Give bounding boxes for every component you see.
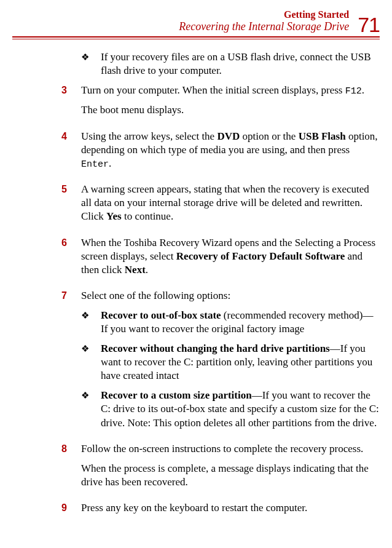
diamond-icon: ❖: [81, 389, 101, 429]
step-number: 7: [61, 289, 81, 436]
step-3: 3 Turn on your computer. When the initia…: [61, 84, 380, 124]
step-text: The boot menu displays.: [81, 103, 380, 117]
step-text: Using the arrow keys, select the DVD opt…: [81, 130, 380, 171]
step-text: Press any key on the keyboard to restart…: [81, 501, 380, 515]
bullet-item: ❖ Recover without changing the hard driv…: [81, 342, 380, 383]
step-4: 4 Using the arrow keys, select the DVD o…: [61, 130, 380, 177]
step-text: Follow the on-screen instructions to com…: [81, 442, 380, 456]
step-8: 8 Follow the on-screen instructions to c…: [61, 442, 380, 495]
page-header: Getting Started Recovering the Internal …: [12, 9, 380, 34]
bullet-text: Recover to out-of-box state (recommended…: [101, 309, 380, 336]
chapter-title: Getting Started: [179, 9, 349, 20]
body-content: ❖ If your recovery files are on a USB fl…: [12, 39, 380, 521]
step-5: 5 A warning screen appears, stating that…: [61, 183, 380, 229]
bullet-text: Recover without changing the hard drive …: [101, 342, 380, 383]
step-number: 9: [61, 501, 81, 521]
step-number: 3: [61, 84, 81, 124]
page-number: 71: [358, 14, 380, 35]
step-6: 6 When the Toshiba Recovery Wizard opens…: [61, 236, 380, 283]
section-title: Recovering the Internal Storage Drive: [179, 20, 349, 34]
bullet-item: ❖ Recover to out-of-box state (recommend…: [81, 309, 380, 336]
step-text: Select one of the following options:: [81, 289, 380, 303]
diamond-icon: ❖: [81, 309, 101, 336]
diamond-icon: ❖: [81, 50, 101, 77]
step-number: 6: [61, 236, 81, 283]
diamond-icon: ❖: [81, 342, 101, 383]
bullet-item: ❖ If your recovery files are on a USB fl…: [81, 50, 380, 77]
step-text: A warning screen appears, stating that w…: [81, 183, 380, 223]
bullet-text: If your recovery files are on a USB flas…: [101, 50, 380, 77]
bullet-item: ❖ Recover to a custom size partition—If …: [81, 389, 380, 429]
step-number: 8: [61, 442, 81, 495]
step-7: 7 Select one of the following options: ❖…: [61, 289, 380, 436]
step-9: 9 Press any key on the keyboard to resta…: [61, 501, 380, 521]
step-number: 5: [61, 183, 81, 229]
step-text: Turn on your computer. When the initial …: [81, 84, 380, 98]
key-label: Enter: [81, 159, 109, 170]
key-label: F12: [345, 86, 362, 97]
header-rule-thick: [12, 36, 380, 38]
bullet-text: Recover to a custom size partition—If yo…: [101, 389, 380, 429]
step-text: When the process is complete, a message …: [81, 462, 380, 489]
step-text: When the Toshiba Recovery Wizard opens a…: [81, 236, 380, 277]
step-number: 4: [61, 130, 81, 177]
